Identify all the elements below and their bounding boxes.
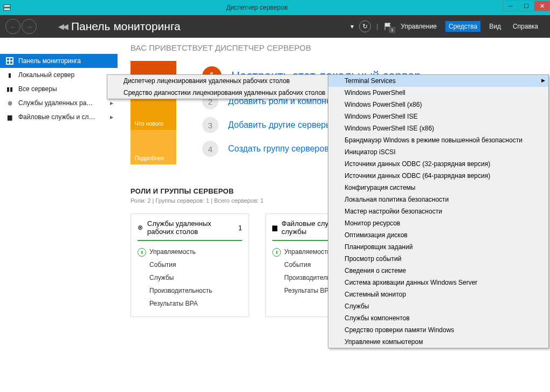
menu-item[interactable]: Управление компьютером — [328, 336, 548, 348]
window-title: Диспетчер серверов — [11, 4, 503, 11]
menu-item[interactable]: Службы компонентов — [328, 312, 548, 324]
menu-item[interactable]: Диспетчер лицензирования удаленных рабоч… — [107, 75, 333, 87]
dashboard-icon — [5, 57, 14, 65]
file-icon: ▆ — [5, 113, 14, 121]
menu-item[interactable]: Средство диагностики лицензирования удал… — [107, 87, 333, 99]
menu-item[interactable]: Брандмауэр Windows в режиме повышенной б… — [328, 134, 548, 146]
role-card-rds[interactable]: ⊗ Службы удаленных рабочих столов 1 Упра… — [130, 214, 249, 317]
sidebar-item-label: Все серверы — [18, 85, 57, 93]
collapse-icon[interactable]: ◀◀ — [58, 22, 67, 31]
step-link[interactable]: Добавить другие серверы — [228, 120, 332, 130]
role-item[interactable]: Управляемость — [149, 245, 242, 258]
servers-icon: ▮▮ — [5, 85, 14, 93]
menu-manage[interactable]: Управление — [397, 21, 440, 32]
header: ← → ◀◀ Панель мониторинга ▾ ↻ | 1 Управл… — [0, 15, 550, 38]
step-number: 3 — [202, 117, 218, 133]
chevron-right-icon: ▶ — [110, 115, 113, 120]
menu-item[interactable]: Системный монитор — [328, 288, 548, 300]
file-icon: ▆ — [272, 224, 277, 231]
notification-badge: 1 — [389, 27, 395, 33]
sidebar-item-file[interactable]: ▆ Файловые службы и сл… ▶ — [0, 110, 118, 124]
tools-menu: Terminal Services▶Windows PowerShellWind… — [328, 74, 549, 348]
menu-item[interactable]: Инициатор iSCSI — [328, 146, 548, 158]
menu-item[interactable]: Службы — [328, 300, 548, 312]
role-item[interactable]: Службы — [149, 271, 242, 284]
svg-rect-5 — [7, 61, 9, 64]
server-icon: ▮ — [5, 71, 14, 79]
nav-arrows: ← → — [5, 19, 37, 34]
menu-item[interactable]: Windows PowerShell — [328, 87, 548, 99]
dropdown-icon[interactable]: ▾ — [350, 23, 354, 30]
menu-item[interactable]: Terminal Services▶ — [328, 75, 548, 87]
svg-rect-3 — [7, 58, 9, 60]
menu-item[interactable]: Сведения о системе — [328, 265, 548, 277]
sidebar-item-all[interactable]: ▮▮ Все серверы — [0, 82, 118, 96]
menu-tools[interactable]: Средства — [445, 21, 480, 32]
nav-back-button[interactable]: ← — [5, 19, 20, 34]
menu-item[interactable]: Монитор ресурсов — [328, 217, 548, 229]
step-number: 4 — [202, 141, 218, 157]
notifications-flag-icon[interactable]: 1 — [383, 22, 392, 31]
sidebar-item-label: Файловые службы и сл… — [18, 113, 95, 121]
menu-item[interactable]: Windows PowerShell (x86) — [328, 99, 548, 111]
role-name: Службы удаленных рабочих столов — [147, 219, 234, 236]
menu-item[interactable]: Планировщик заданий — [328, 241, 548, 253]
role-count: 1 — [238, 224, 242, 232]
header-tools: ▾ ↻ | 1 Управление Средства Вид Справка — [350, 20, 550, 32]
titlebar: Диспетчер серверов ─ ☐ ✕ — [0, 0, 550, 15]
menu-item[interactable]: Мастер настройки безопасности — [328, 205, 548, 217]
menu-item[interactable]: Источники данных ODBC (32-разрядная верс… — [328, 158, 548, 170]
server-icon — [3, 4, 11, 11]
role-item[interactable]: Результаты BPA — [149, 297, 242, 310]
rds-icon: ⊗ — [138, 224, 143, 231]
sidebar-item-label: Локальный сервер — [18, 71, 74, 79]
chevron-right-icon: ▶ — [110, 101, 113, 106]
tile-whatsnew[interactable]: Что нового — [130, 95, 176, 130]
menu-item[interactable]: Локальная политика безопасности — [328, 194, 548, 205]
svg-rect-6 — [10, 61, 12, 64]
menu-item[interactable]: Windows PowerShell ISE (x86) — [328, 122, 548, 134]
close-button[interactable]: ✕ — [534, 1, 550, 11]
sidebar-item-dashboard[interactable]: Панель мониторинга — [0, 54, 118, 68]
svg-rect-1 — [4, 8, 10, 10]
maximize-button[interactable]: ☐ — [518, 1, 534, 11]
svg-rect-0 — [4, 5, 10, 7]
menu-view[interactable]: Вид — [486, 21, 504, 32]
refresh-icon[interactable]: ↻ — [359, 20, 371, 32]
divider: | — [376, 23, 378, 30]
sidebar-item-label: Панель мониторинга — [18, 57, 81, 65]
welcome-title: Вас приветствует диспетчер серверов — [130, 43, 537, 52]
sidebar-item-label: Службы удаленных ра… — [18, 99, 93, 107]
chevron-right-icon: ▶ — [541, 78, 545, 83]
page-title: Панель мониторинга — [71, 20, 181, 33]
menu-item[interactable]: Средство проверки памяти Windows — [328, 324, 548, 336]
sidebar-item-local[interactable]: ▮ Локальный сервер — [0, 68, 118, 82]
role-item[interactable]: Производительность — [149, 284, 242, 297]
role-item[interactable]: События — [149, 258, 242, 271]
step-link[interactable]: Создать группу серверов — [228, 144, 329, 154]
sidebar: Панель мониторинга ▮ Локальный сервер ▮▮… — [0, 38, 118, 392]
menu-item[interactable]: Windows PowerShell ISE — [328, 111, 548, 122]
menu-item[interactable]: Просмотр событий — [328, 253, 548, 265]
rds-icon: ⊗ — [5, 99, 14, 107]
menu-item[interactable]: Источники данных ODBC (64-разрядная верс… — [328, 170, 548, 182]
tile-more[interactable]: Подробнее — [130, 130, 176, 164]
menu-item[interactable]: Оптимизация дисков — [328, 229, 548, 241]
sidebar-item-rds[interactable]: ⊗ Службы удаленных ра… ▶ — [0, 96, 118, 110]
menu-help[interactable]: Справка — [510, 21, 541, 32]
nav-forward-button[interactable]: → — [22, 19, 37, 34]
minimize-button[interactable]: ─ — [503, 1, 519, 11]
menu-item[interactable]: Конфигурация системы — [328, 182, 548, 194]
menu-item[interactable]: Система архивации данных Windows Server — [328, 277, 548, 288]
window-buttons: ─ ☐ ✕ — [503, 0, 550, 15]
svg-rect-4 — [10, 58, 12, 60]
terminal-services-submenu: Диспетчер лицензирования удаленных рабоч… — [107, 74, 333, 99]
